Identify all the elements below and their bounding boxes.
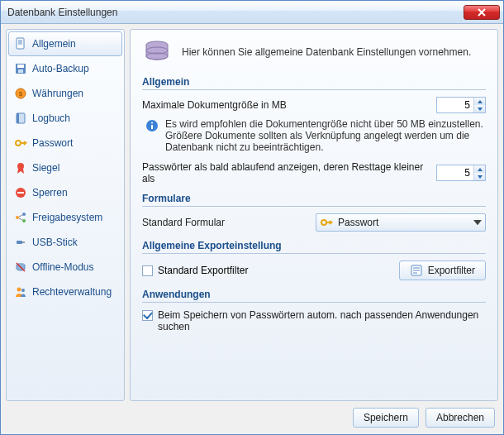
- users-icon: [14, 285, 27, 299]
- export-filter-label: Exportfilter: [428, 265, 475, 276]
- export-checkbox[interactable]: [142, 265, 153, 276]
- sidebar-item-label: Siegel: [32, 162, 59, 174]
- sidebar-item-label: Auto-Backup: [32, 63, 89, 74]
- max-doc-spinner[interactable]: [436, 97, 486, 113]
- disk-icon: [14, 62, 27, 75]
- prohibit-icon: [14, 186, 27, 199]
- spinner-arrows: [473, 98, 485, 112]
- settings-window: Datenbank Einstellungen Allgemein Auto-B…: [0, 0, 504, 435]
- cancel-button[interactable]: Abbrechen: [426, 408, 495, 428]
- sidebar-item-label: Passwort: [32, 137, 73, 149]
- spinner-down[interactable]: [474, 173, 485, 180]
- sidebar-item-label: Freigabesystem: [32, 212, 102, 223]
- close-icon: [478, 8, 486, 17]
- svg-point-25: [151, 122, 153, 124]
- form-combo[interactable]: Passwort: [316, 213, 486, 232]
- svg-point-19: [21, 289, 25, 292]
- export-filter-button[interactable]: Exportfilter: [399, 261, 486, 280]
- svg-point-12: [16, 216, 19, 219]
- key-icon: [320, 216, 333, 229]
- section-apps-title: Anwendungen: [142, 289, 486, 303]
- sidebar-item-sharing[interactable]: Freigabesystem: [8, 205, 122, 230]
- ribbon-icon: [14, 161, 27, 174]
- cancel-label: Abbrechen: [436, 412, 484, 423]
- svg-point-13: [22, 213, 26, 216]
- max-doc-row: Maximale Dokumentgröße in MB: [142, 97, 486, 113]
- intro-text: Hier können Sie allgemeine Datenbank Ein…: [182, 46, 471, 58]
- svg-point-14: [22, 219, 26, 222]
- share-icon: [14, 211, 27, 224]
- save-label: Speichern: [364, 412, 408, 423]
- svg-rect-11: [17, 192, 24, 194]
- svg-text:$: $: [19, 90, 23, 98]
- sidebar-item-logbook[interactable]: Logbuch: [8, 106, 122, 131]
- form-row: Standard Formular Passwort: [142, 213, 486, 232]
- body: Allgemein Auto-Backup $ Währungen Logbuc…: [1, 24, 503, 434]
- svg-rect-15: [17, 241, 22, 244]
- section-general-title: Allgemein: [142, 76, 486, 90]
- sidebar-item-password[interactable]: Passwort: [8, 131, 122, 155]
- sidebar: Allgemein Auto-Backup $ Währungen Logbuc…: [6, 29, 125, 401]
- sidebar-item-seal[interactable]: Siegel: [8, 155, 122, 180]
- svg-point-9: [17, 163, 24, 170]
- passwords-label: Passwörter als bald ablaufend anzeigen, …: [142, 161, 430, 184]
- sidebar-item-currencies[interactable]: $ Währungen: [8, 81, 122, 106]
- database-icon: [142, 40, 172, 65]
- sidebar-item-lockout[interactable]: Sperren: [8, 180, 122, 205]
- sidebar-item-label: Währungen: [32, 88, 83, 99]
- page-icon: [14, 37, 27, 50]
- content-panel: Hier können Sie allgemeine Datenbank Ein…: [130, 29, 498, 401]
- intro-row: Hier können Sie allgemeine Datenbank Ein…: [142, 36, 486, 68]
- apps-checkbox-label: Beim Speichern von Passwörtern autom. na…: [158, 309, 486, 332]
- export-row: Standard Exportfilter Exportfilter: [142, 261, 486, 280]
- passwords-spinner[interactable]: [436, 165, 486, 181]
- svg-rect-7: [17, 113, 19, 123]
- spinner-up[interactable]: [474, 98, 485, 105]
- passwords-input[interactable]: [437, 165, 473, 180]
- form-label: Standard Formular: [142, 217, 309, 228]
- info-row: Es wird empfohlen die Dokumentengröße ni…: [142, 118, 486, 153]
- spinner-arrows: [473, 165, 485, 180]
- form-combo-text: Passwort: [338, 217, 468, 228]
- window-title: Datenbank Einstellungen: [7, 7, 464, 18]
- save-button[interactable]: Speichern: [353, 408, 419, 428]
- passwords-row: Passwörter als bald ablaufend anzeigen, …: [142, 161, 486, 184]
- filter-icon: [410, 264, 423, 277]
- spinner-up[interactable]: [474, 165, 485, 173]
- sidebar-item-label: Offline-Modus: [32, 261, 93, 273]
- sidebar-item-allgemein[interactable]: Allgemein: [8, 31, 122, 56]
- svg-rect-3: [18, 69, 23, 73]
- svg-rect-24: [151, 125, 153, 129]
- sidebar-item-rights[interactable]: Rechteverwaltung: [8, 280, 122, 304]
- info-text: Es wird empfohlen die Dokumentengröße ni…: [165, 118, 486, 153]
- section-export-title: Allgemeine Exporteinstellung: [142, 240, 486, 254]
- sidebar-item-label: Rechteverwaltung: [32, 286, 112, 298]
- book-icon: [14, 112, 27, 125]
- key-icon: [14, 136, 27, 150]
- section-forms-title: Formulare: [142, 193, 486, 207]
- usb-icon: [14, 236, 27, 249]
- offline-icon: [14, 261, 27, 274]
- sidebar-item-label: Allgemein: [32, 38, 76, 50]
- sidebar-item-offline[interactable]: Offline-Modus: [8, 255, 122, 280]
- chevron-down-icon: [473, 220, 482, 225]
- footer: Speichern Abbrechen: [6, 401, 498, 429]
- sidebar-item-label: Logbuch: [32, 112, 70, 124]
- close-button[interactable]: [464, 5, 500, 20]
- max-doc-label: Maximale Dokumentgröße in MB: [142, 99, 430, 111]
- sidebar-item-auto-backup[interactable]: Auto-Backup: [8, 56, 122, 81]
- spinner-down[interactable]: [474, 105, 485, 112]
- export-checkbox-label: Standard Exportfilter: [158, 265, 248, 276]
- apps-row: Beim Speichern von Passwörtern autom. na…: [142, 309, 486, 332]
- sidebar-item-usb[interactable]: USB-Stick: [8, 230, 122, 255]
- svg-rect-2: [17, 65, 24, 68]
- max-doc-input[interactable]: [437, 98, 473, 112]
- svg-rect-16: [22, 241, 25, 243]
- panel-row: Allgemein Auto-Backup $ Währungen Logbuc…: [6, 29, 498, 401]
- currency-icon: $: [14, 87, 27, 100]
- sidebar-item-label: USB-Stick: [32, 237, 78, 248]
- svg-point-18: [17, 288, 21, 292]
- info-icon: [145, 119, 159, 132]
- apps-checkbox[interactable]: [142, 310, 153, 321]
- sidebar-item-label: Sperren: [32, 187, 68, 198]
